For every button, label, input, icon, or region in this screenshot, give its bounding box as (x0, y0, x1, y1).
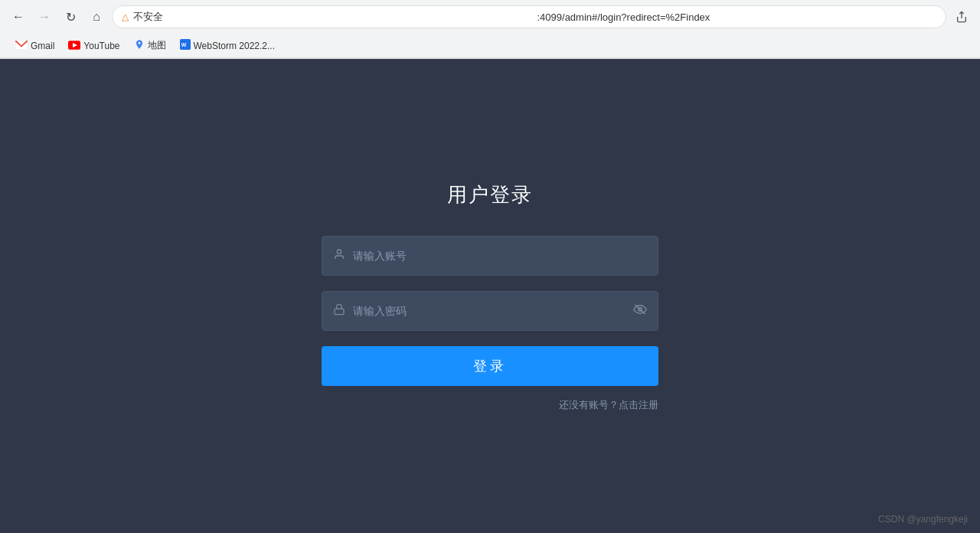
toggle-password-icon[interactable] (633, 304, 647, 318)
svg-rect-6 (335, 309, 344, 314)
back-button[interactable]: ← (8, 6, 29, 28)
lock-icon (333, 303, 345, 319)
gmail-icon (15, 40, 28, 52)
login-title: 用户登录 (447, 181, 533, 208)
home-button[interactable]: ⌂ (86, 6, 107, 28)
bookmark-maps[interactable]: 地图 (128, 37, 172, 54)
username-input-group (322, 236, 658, 276)
url-display: 不安全 (133, 10, 533, 24)
youtube-icon (68, 40, 80, 52)
security-icon: △ (122, 11, 129, 22)
bookmark-webstorm-label: WebStorm 2022.2... (194, 41, 276, 51)
password-input[interactable] (353, 305, 633, 317)
bookmark-gmail-label: Gmail (31, 41, 54, 51)
url-path: :4099/admin#/login?redirect=%2Findex (537, 11, 937, 23)
page-content: 用户登录 (0, 59, 980, 533)
username-input[interactable] (353, 250, 647, 262)
register-section: 还没有账号？点击注册 (322, 398, 658, 412)
bookmark-gmail[interactable]: Gmail (9, 38, 60, 54)
webstorm-icon: W (180, 39, 191, 52)
bookmark-youtube-label: YouTube (83, 41, 119, 51)
register-link[interactable]: 点击注册 (619, 399, 658, 410)
forward-button[interactable]: → (34, 6, 55, 28)
share-button[interactable] (951, 6, 972, 28)
maps-icon (134, 39, 145, 52)
browser-chrome: ← → ↻ ⌂ △ 不安全 :4099/admin#/login?redirec… (0, 0, 980, 59)
login-container: 用户登录 (322, 181, 658, 412)
login-button[interactable]: 登录 (322, 346, 658, 386)
bookmark-maps-label: 地图 (148, 39, 166, 52)
user-icon (333, 248, 345, 263)
page-footer: CSDN @yangfengkeji (878, 514, 968, 525)
bookmark-youtube[interactable]: YouTube (62, 38, 126, 54)
address-bar[interactable]: △ 不安全 :4099/admin#/login?redirect=%2Find… (112, 5, 946, 28)
password-input-group (322, 291, 658, 331)
svg-text:W: W (181, 42, 186, 47)
browser-toolbar: ← → ↻ ⌂ △ 不安全 :4099/admin#/login?redirec… (0, 0, 980, 34)
bookmark-webstorm[interactable]: W WebStorm 2022.2... (174, 37, 282, 54)
footer-credit: CSDN @yangfengkeji (878, 514, 968, 525)
reload-button[interactable]: ↻ (60, 6, 81, 28)
bookmarks-bar: Gmail YouTube 地图 W WebStorm 2022.2... (0, 34, 980, 58)
register-prompt: 还没有账号？ (559, 399, 619, 410)
svg-point-5 (337, 250, 341, 253)
